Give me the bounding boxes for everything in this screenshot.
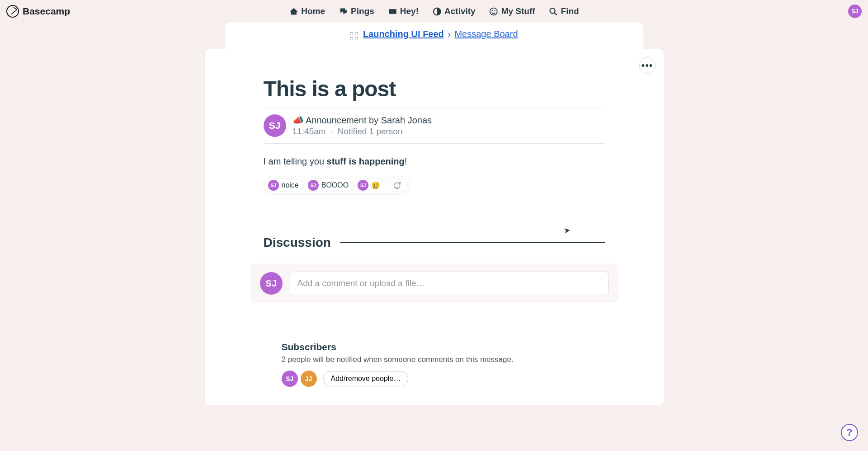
nav-activity-label: Activity: [444, 6, 476, 16]
nav-center: Home Pings Hey! Activity My Stuff Find: [289, 6, 579, 16]
author-avatar[interactable]: SJ: [264, 114, 286, 137]
reaction-item[interactable]: SJ BOOOO: [307, 179, 354, 192]
reaction-text: 😢: [371, 181, 380, 190]
reaction-item[interactable]: SJ noice: [267, 179, 304, 192]
post-byline: Announcement by Sarah Jonas: [306, 115, 432, 125]
category-icon: 📣: [292, 115, 304, 125]
nav-pings[interactable]: Pings: [339, 6, 374, 16]
reaction-text: BOOOO: [321, 181, 349, 189]
post-meta: SJ 📣 Announcement by Sarah Jonas 11:45am…: [264, 108, 605, 144]
nav-mystuff[interactable]: My Stuff: [489, 6, 535, 16]
post-body: I am telling you stuff is happening!: [264, 144, 605, 176]
svg-point-3: [495, 10, 495, 11]
nav-home-label: Home: [301, 6, 325, 16]
subscriber-avatar[interactable]: JJ: [301, 371, 317, 387]
meta-dot: ·: [330, 127, 333, 136]
svg-point-2: [492, 10, 493, 11]
nav-mystuff-label: My Stuff: [501, 6, 535, 16]
post-card: ••• This is a post SJ 📣 Announcement by …: [205, 49, 664, 405]
nav-find-label: Find: [561, 6, 579, 16]
divider-rule: [340, 242, 605, 243]
add-remove-people-button[interactable]: Add/remove people…: [323, 371, 409, 386]
post-time: 11:45am: [292, 127, 326, 136]
brand-label: Basecamp: [23, 6, 70, 17]
current-user-avatar[interactable]: SJ: [848, 5, 862, 18]
top-nav: Basecamp Home Pings Hey! Activity My Stu…: [0, 0, 868, 23]
nav-hey-label: Hey!: [400, 6, 419, 16]
search-icon: [549, 7, 558, 16]
svg-point-8: [398, 184, 399, 185]
svg-point-6: [394, 183, 400, 188]
nav-pings-label: Pings: [351, 6, 374, 16]
more-actions-button[interactable]: •••: [639, 57, 656, 74]
comment-input[interactable]: Add a comment or upload a file…: [290, 272, 609, 295]
discussion-heading: Discussion: [264, 235, 331, 250]
add-reaction-button[interactable]: [388, 179, 407, 192]
hey-icon: [388, 7, 397, 16]
nav-home[interactable]: Home: [289, 6, 325, 16]
body-prefix: I am telling you: [264, 156, 327, 166]
breadcrumb-separator: ›: [446, 29, 453, 39]
reaction-item[interactable]: SJ 😢: [356, 179, 385, 192]
pings-icon: [339, 7, 348, 16]
subscribers-section: Subscribers 2 people will be notified wh…: [205, 326, 664, 387]
svg-point-7: [396, 184, 396, 185]
brand[interactable]: Basecamp: [6, 5, 70, 18]
commenter-avatar: SJ: [260, 272, 283, 295]
subscribers-desc: 2 people will be notified when someone c…: [282, 355, 587, 364]
nav-hey[interactable]: Hey!: [388, 6, 419, 16]
svg-line-5: [555, 13, 557, 15]
svg-point-4: [550, 8, 555, 13]
body-bold: stuff is happening: [327, 156, 405, 166]
nav-right: SJ: [848, 5, 862, 18]
subscribers-row: SJ JJ Add/remove people…: [282, 371, 587, 387]
reaction-avatar: SJ: [358, 180, 368, 191]
nav-activity[interactable]: Activity: [432, 6, 476, 16]
subscriber-avatar[interactable]: SJ: [282, 371, 298, 387]
discussion-divider: Discussion: [264, 235, 605, 250]
body-suffix: !: [405, 156, 407, 166]
breadcrumb-tool[interactable]: Message Board: [454, 29, 518, 39]
activity-icon: [432, 7, 442, 16]
add-reaction-icon: [393, 181, 402, 190]
mouse-cursor: ➤: [563, 225, 571, 236]
post-content: This is a post SJ 📣 Announcement by Sara…: [205, 49, 664, 195]
post-title: This is a post: [264, 76, 605, 101]
project-grid-icon[interactable]: [350, 32, 358, 40]
post-notified[interactable]: Notified 1 person: [338, 127, 403, 136]
svg-point-1: [490, 8, 497, 15]
mystuff-icon: [489, 7, 499, 16]
nav-find[interactable]: Find: [549, 6, 579, 16]
comment-area: SJ Add a comment or upload a file…: [250, 263, 618, 303]
reaction-text: noice: [282, 181, 299, 189]
reaction-avatar: SJ: [268, 180, 279, 191]
reaction-avatar: SJ: [308, 180, 319, 191]
home-icon: [289, 7, 298, 16]
reactions-bar: SJ noice SJ BOOOO SJ 😢: [264, 176, 410, 195]
brand-icon: [6, 5, 19, 18]
breadcrumb-project[interactable]: Launching UI Feed: [363, 29, 444, 39]
subscribers-heading: Subscribers: [282, 342, 587, 352]
